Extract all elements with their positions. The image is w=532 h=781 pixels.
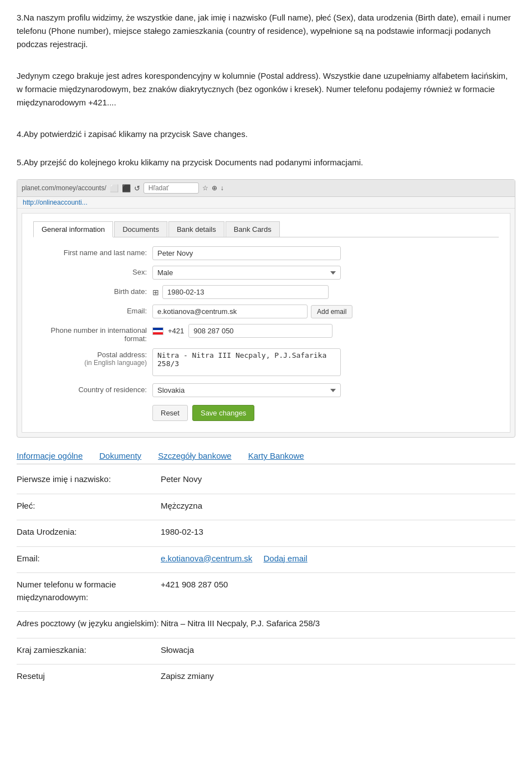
birthdate-row: Birth date: ⊞ <box>33 285 499 299</box>
divider-3 <box>17 546 515 547</box>
info-value-email: e.kotianova@centrum.sk Dodaj email <box>161 552 308 565</box>
phone-code: +421 <box>168 327 184 335</box>
info-row-sex: Płeć: Mężczyzna <box>17 500 515 513</box>
browser-star-icon[interactable]: ☆ <box>202 184 208 192</box>
country-label: Country of residence: <box>33 383 152 394</box>
info-label-country: Kraj zamieszkania: <box>17 644 161 657</box>
save-changes-button[interactable]: Save changes <box>192 405 254 421</box>
info-nav-bank[interactable]: Szczegóły bankowe <box>158 451 232 460</box>
postal-sublabel: (in English language) <box>33 359 147 367</box>
info-footer-reset-label: Resetuj <box>17 670 161 683</box>
phone-row: Phone number in international format: +4… <box>33 324 499 343</box>
sex-label: Sex: <box>33 266 152 276</box>
info-nav-cards[interactable]: Karty Bankowe <box>248 451 304 460</box>
browser-window: planet.com/money/accounts/ ⬜ ⬛ ↺ ☆ ⊕ ↓ h… <box>17 179 515 438</box>
info-nav-documents[interactable]: Dokumenty <box>99 451 141 460</box>
browser-url-text: planet.com/money/accounts/ <box>22 184 106 192</box>
browser-sub-url[interactable]: http://onlineaccounti... <box>17 197 515 209</box>
browser-search-input[interactable] <box>144 182 199 194</box>
postal-textarea[interactable]: Nitra - Nitra III Necpaly, P.J.Safarika … <box>152 348 341 376</box>
browser-bookmark-icon[interactable]: ⊕ <box>212 184 217 192</box>
step4-text: 4.Aby potwierdzić i zapisać klikamy na p… <box>17 128 515 141</box>
divider-5 <box>17 611 515 612</box>
info-nav-general[interactable]: Informacje ogólne <box>17 451 83 460</box>
tab-bank-cards[interactable]: Bank Cards <box>226 221 280 237</box>
phone-field: +421 <box>152 324 499 338</box>
postal-label-text: Postal address: <box>33 351 147 359</box>
info-label-name: Pierwsze imię i nazwisko: <box>17 473 161 486</box>
info-footer-row: Resetuj Zapisz zmiany <box>17 670 515 683</box>
email-input[interactable] <box>152 305 308 318</box>
first-name-row: First name and last name: <box>33 246 499 260</box>
form-container: General information Documents Bank detai… <box>22 213 510 433</box>
postal-row: Postal address: (in English language) Ni… <box>33 348 499 378</box>
info-value-birthdate: 1980-02-13 <box>161 526 203 539</box>
info-value-phone: +421 908 287 050 <box>161 579 228 604</box>
browser-icon1: ⬜ <box>110 184 119 192</box>
info-footer-save-label: Zapisz zmiany <box>161 670 214 683</box>
browser-download-icon[interactable]: ↓ <box>221 184 224 192</box>
postal-field: Nitra - Nitra III Necpaly, P.J.Safarika … <box>152 348 499 378</box>
country-select[interactable]: Slovakia Czech Republic Poland <box>152 383 341 397</box>
info-value-postal: Nitra – Nitra III Necpaly, P.J. Safarica… <box>161 617 320 630</box>
info-label-email: Email: <box>17 552 161 565</box>
info-label-sex: Płeć: <box>17 500 161 513</box>
tab-bank-details[interactable]: Bank details <box>168 221 224 237</box>
sex-field: Male Female <box>152 266 499 280</box>
info-value-name: Peter Novy <box>161 473 202 486</box>
country-row: Country of residence: Slovakia Czech Rep… <box>33 383 499 397</box>
intro-paragraph1: 3.Na naszym profilu widzimy, że wszystki… <box>17 11 515 51</box>
birthdate-input[interactable] <box>162 285 329 299</box>
browser-toolbar: planet.com/money/accounts/ ⬜ ⬛ ↺ ☆ ⊕ ↓ <box>17 180 515 197</box>
first-name-field <box>152 246 499 260</box>
calendar-icon[interactable]: ⊞ <box>152 288 159 297</box>
info-value-sex: Mężczyzna <box>161 500 202 513</box>
info-section: Informacje ogólne Dokumenty Szczegóły ba… <box>17 451 515 683</box>
sex-select[interactable]: Male Female <box>152 266 341 280</box>
info-label-birthdate: Data Urodzenia: <box>17 526 161 539</box>
first-name-label: First name and last name: <box>33 246 152 257</box>
info-row-phone: Numer telefonu w formacie międzynarodowy… <box>17 579 515 604</box>
divider-6 <box>17 638 515 638</box>
info-row-email: Email: e.kotianova@centrum.sk Dodaj emai… <box>17 552 515 565</box>
email-field: Add email <box>152 305 499 318</box>
sex-row: Sex: Male Female <box>33 266 499 280</box>
info-row-name: Pierwsze imię i nazwisko: Peter Novy <box>17 473 515 486</box>
intro-paragraph2: Jedynym czego brakuje jest adres korespo… <box>17 69 515 109</box>
info-row-birthdate: Data Urodzenia: 1980-02-13 <box>17 526 515 539</box>
email-link[interactable]: e.kotianova@centrum.sk <box>161 554 252 563</box>
browser-refresh-icon[interactable]: ↺ <box>134 184 140 192</box>
divider-7 <box>17 664 515 665</box>
phone-flag-icon <box>152 327 163 335</box>
info-label-postal: Adres pocztowy (w języku angielskim): <box>17 617 161 630</box>
form-buttons: Reset Save changes <box>152 405 499 421</box>
country-field: Slovakia Czech Republic Poland <box>152 383 499 397</box>
browser-icon2: ⬛ <box>122 184 131 192</box>
step5-text: 5.Aby przejść do kolejnego kroku klikamy… <box>17 156 515 169</box>
divider-1 <box>17 494 515 494</box>
tab-general-information[interactable]: General information <box>33 221 113 237</box>
first-name-input[interactable] <box>152 246 341 260</box>
birthdate-field: ⊞ <box>152 285 499 299</box>
add-email-button[interactable]: Add email <box>311 305 352 318</box>
tabs-container: General information Documents Bank detai… <box>33 221 499 237</box>
info-value-country: Słowacja <box>161 644 194 657</box>
info-row-country: Kraj zamieszkania: Słowacja <box>17 644 515 657</box>
divider-4 <box>17 572 515 573</box>
divider-2 <box>17 520 515 520</box>
phone-label: Phone number in international format: <box>33 324 152 343</box>
phone-input[interactable] <box>188 324 332 338</box>
info-nav: Informacje ogólne Dokumenty Szczegóły ba… <box>17 451 515 464</box>
birthdate-label: Birth date: <box>33 285 152 296</box>
dodaj-email-link[interactable]: Dodaj email <box>263 554 307 563</box>
info-label-phone: Numer telefonu w formacie międzynarodowy… <box>17 579 161 604</box>
postal-label: Postal address: (in English language) <box>33 348 152 367</box>
email-row: Email: Add email <box>33 305 499 318</box>
email-label: Email: <box>33 305 152 315</box>
reset-button[interactable]: Reset <box>152 405 188 421</box>
info-row-postal: Adres pocztowy (w języku angielskim): Ni… <box>17 617 515 630</box>
tab-documents[interactable]: Documents <box>114 221 167 237</box>
